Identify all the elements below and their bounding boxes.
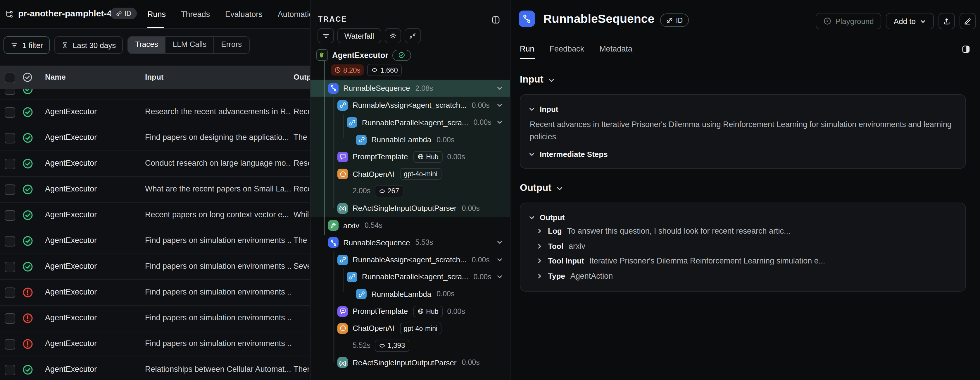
output-field-row[interactable]: TypeAgentAction	[528, 268, 957, 283]
output-key-row[interactable]: Output	[528, 211, 957, 224]
output-section-heading[interactable]: Output	[520, 182, 563, 193]
chevron-down-icon[interactable]	[496, 85, 503, 92]
trace-node[interactable]: RunnableLambda0.00s	[310, 131, 510, 148]
trace-node[interactable]: {x}ReActSingleInputOutputParser0.00s	[310, 354, 510, 372]
table-row[interactable]: AgentExecutorFind papers on simulation e…	[0, 254, 310, 280]
table-row[interactable]: AgentExecutorFind papers on simulation e…	[0, 331, 310, 357]
output-field-row[interactable]: Tool InputIterative Prisoner's Dilemma R…	[528, 254, 957, 268]
chevron-down-icon[interactable]	[496, 102, 503, 109]
chevron-down-icon[interactable]	[496, 256, 503, 263]
table-row[interactable]: AgentExecutorFind papers on simulation e…	[0, 228, 310, 254]
row-checkbox[interactable]	[5, 262, 15, 272]
project-id-badge[interactable]: ID	[110, 8, 137, 19]
table-row[interactable]: AgentExecutorRelationships between Cellu…	[0, 357, 310, 380]
trace-shrink-button[interactable]	[405, 28, 421, 43]
tab-automations[interactable]: Automations	[278, 10, 310, 18]
status-error-icon	[22, 287, 33, 298]
trace-node[interactable]: RunnableSequence2.08s	[310, 80, 510, 97]
tab-metadata[interactable]: Metadata	[599, 44, 632, 53]
trace-root-success-badge	[392, 49, 411, 61]
row-checkbox[interactable]	[5, 89, 15, 95]
column-header-name[interactable]: Name	[45, 65, 66, 89]
row-checkbox[interactable]	[5, 339, 15, 350]
node-duration: 0.00s	[447, 153, 465, 161]
run-input: Research the recent advancements in R...	[145, 99, 291, 124]
row-checkbox[interactable]	[5, 133, 15, 144]
chevron-down-icon[interactable]	[496, 273, 503, 281]
playground-button[interactable]: Playground	[815, 13, 881, 29]
run-id-badge[interactable]: ID	[660, 13, 689, 27]
trace-node[interactable]: RunnableParallel<agent_scra...0.00s	[310, 114, 510, 131]
split-view-icon[interactable]	[961, 45, 970, 54]
chevron-down-icon	[920, 18, 926, 24]
trace-node[interactable]: RunnableSequence5.53s	[310, 234, 510, 251]
tab-feedback[interactable]: Feedback	[550, 44, 584, 53]
select-all-checkbox[interactable]	[5, 73, 15, 83]
trace-node[interactable]: {x}ReActSingleInputOutputParser0.00s	[310, 200, 510, 217]
trace-node[interactable]: arxiv0.54s	[310, 217, 510, 234]
filter-button[interactable]: 1 filter	[3, 36, 50, 54]
tab-run[interactable]: Run	[520, 44, 535, 53]
trace-node-stats[interactable]: 5.52s1,393	[310, 337, 510, 354]
trace-node[interactable]: RunnableAssign<agent_scratch...0.00s	[310, 97, 510, 114]
input-section-heading[interactable]: Input	[520, 74, 555, 85]
table-row[interactable]: AgentExecutorResearch the recent advance…	[0, 99, 310, 125]
row-checkbox[interactable]	[5, 313, 15, 324]
tab-runs[interactable]: Runs	[147, 10, 166, 18]
prompt-icon	[337, 306, 348, 316]
tab-threads[interactable]: Threads	[181, 10, 210, 18]
trace-node[interactable]: PromptTemplateHub0.00s	[310, 303, 510, 320]
row-checkbox[interactable]	[5, 287, 15, 298]
trace-settings-button[interactable]	[385, 28, 401, 43]
run-name: AgentExecutor	[45, 203, 142, 227]
node-name: RunnableSequence	[343, 84, 410, 93]
row-checkbox[interactable]	[5, 365, 15, 375]
trace-filter-button[interactable]	[318, 28, 334, 43]
row-checkbox[interactable]	[5, 184, 15, 195]
intermediate-steps-row[interactable]: Intermediate Steps	[528, 148, 957, 160]
run-name: AgentExecutor	[45, 125, 142, 150]
row-checkbox[interactable]	[5, 107, 15, 118]
hub-badge[interactable]: Hub	[413, 305, 442, 317]
column-header-input[interactable]: Input	[145, 65, 164, 89]
table-row[interactable]: AgentExecutorFind papers on simulation e…	[0, 280, 310, 306]
output-field-row[interactable]: Toolarxiv	[528, 239, 957, 254]
node-name: RunnableLambda	[371, 135, 431, 144]
waterfall-view-button[interactable]: Waterfall	[337, 28, 381, 43]
table-row[interactable]: AgentExecutorFind papers on simulation e…	[0, 306, 310, 331]
row-checkbox[interactable]	[5, 236, 15, 246]
trace-node[interactable]: ChatOpenAIgpt-4o-mini	[310, 320, 510, 337]
input-key-row[interactable]: Input	[528, 102, 957, 115]
edit-button[interactable]	[959, 13, 976, 29]
date-range-button[interactable]: Last 30 days	[55, 36, 123, 54]
row-checkbox[interactable]	[5, 210, 15, 221]
status-success-icon	[22, 364, 33, 375]
column-header-output[interactable]: Output	[294, 65, 310, 89]
trace-node[interactable]: RunnableAssign<agent_scratch...0.00s	[310, 251, 510, 268]
table-row[interactable]: AgentExecutorWhat are the recent papers …	[0, 177, 310, 203]
trace-node[interactable]: RunnableParallel<agent_scra...0.00s	[310, 268, 510, 286]
segment-errors[interactable]: Errors	[214, 37, 249, 53]
add-to-button[interactable]: Add to	[886, 13, 934, 29]
trace-panel-title: TRACE	[318, 15, 347, 24]
table-row[interactable]: AgentExecutorFind papers on designing th…	[0, 125, 310, 151]
trace-collapse-panel-icon[interactable]	[491, 15, 501, 25]
table-row[interactable]	[0, 89, 310, 99]
row-checkbox[interactable]	[5, 159, 15, 169]
table-row[interactable]: AgentExecutorConduct research on large l…	[0, 151, 310, 177]
segment-llm-calls[interactable]: LLM Calls	[166, 37, 214, 53]
trace-node[interactable]: RunnableLambda0.00s	[310, 286, 510, 303]
tab-evaluators[interactable]: Evaluators	[225, 10, 262, 18]
trace-node-stats[interactable]: 2.00s267	[310, 183, 510, 200]
table-row[interactable]: AgentExecutorRecent papers on long conte…	[0, 203, 310, 228]
chevron-down-icon[interactable]	[496, 119, 503, 126]
chevron-down-icon[interactable]	[496, 239, 503, 246]
hub-badge[interactable]: Hub	[413, 151, 442, 163]
trace-node[interactable]: ChatOpenAIgpt-4o-mini	[310, 165, 510, 183]
output-field-row[interactable]: LogTo answer this question, I should loo…	[528, 224, 957, 239]
segment-traces[interactable]: Traces	[128, 37, 166, 53]
chevron-right-icon	[536, 258, 542, 264]
trace-root-node[interactable]: AgentExecutor	[317, 49, 411, 61]
trace-node[interactable]: PromptTemplateHub0.00s	[310, 148, 510, 165]
share-button[interactable]	[939, 13, 955, 29]
